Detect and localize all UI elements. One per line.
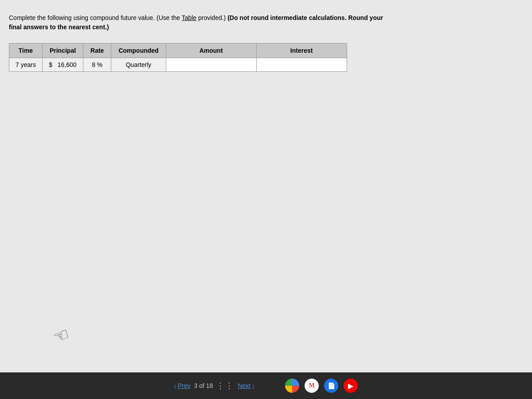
taskbar-center: ‹ Prev 3 of 18 ⋮⋮ Next › M 📄 ▶ xyxy=(174,379,358,393)
next-label: Next xyxy=(238,382,250,389)
table-link[interactable]: Table xyxy=(182,14,196,21)
header-interest: Interest xyxy=(256,43,347,58)
compound-table: Time Principal Rate Compounded Amount In… xyxy=(9,43,347,72)
youtube-icon[interactable]: ▶ xyxy=(344,379,358,393)
instructions: Complete the following using compound fu… xyxy=(9,13,523,32)
principal-value: 16,600 xyxy=(58,61,77,68)
instruction-line1: Complete the following using compound fu… xyxy=(9,14,182,21)
cell-amount[interactable] xyxy=(166,58,256,72)
prev-label: Prev xyxy=(178,382,191,389)
page-info: 3 of 18 xyxy=(194,382,213,389)
prev-button[interactable]: ‹ Prev xyxy=(174,382,191,389)
cell-rate: 8 % xyxy=(83,58,111,72)
header-time: Time xyxy=(9,43,43,58)
cell-interest[interactable] xyxy=(256,58,347,72)
rate-symbol: % xyxy=(97,61,102,68)
rate-value: 8 xyxy=(92,61,95,68)
cell-compounded: Quarterly xyxy=(111,58,166,72)
page-separator: of xyxy=(199,382,206,389)
grid-icon[interactable]: ⋮⋮ xyxy=(216,381,234,391)
header-rate: Rate xyxy=(83,43,111,58)
header-principal: Principal xyxy=(42,43,83,58)
cell-principal: $ 16,600 xyxy=(42,58,83,72)
table-header-row: Time Principal Rate Compounded Amount In… xyxy=(9,43,347,58)
next-button[interactable]: Next › xyxy=(238,382,254,389)
cell-time: 7 years xyxy=(9,58,43,72)
principal-symbol: $ xyxy=(49,61,52,68)
amount-input[interactable] xyxy=(172,61,250,68)
gmail-letter: M xyxy=(309,382,315,389)
instruction-bold: (Do not round intermediate calculations.… xyxy=(227,14,383,21)
total-pages: 18 xyxy=(206,382,213,389)
prev-chevron-icon: ‹ xyxy=(174,383,176,389)
header-amount: Amount xyxy=(166,43,256,58)
header-compounded: Compounded xyxy=(111,43,166,58)
interest-input[interactable] xyxy=(263,61,340,68)
next-chevron-icon: › xyxy=(252,383,254,389)
taskbar: ‹ Prev 3 of 18 ⋮⋮ Next › M 📄 ▶ xyxy=(0,372,532,399)
gmail-icon[interactable]: M xyxy=(305,379,319,393)
google-icon[interactable] xyxy=(285,379,299,393)
page-content: Complete the following using compound fu… xyxy=(0,0,532,381)
current-page: 3 xyxy=(194,382,198,389)
table-row: 7 years $ 16,600 8 % Quarterly xyxy=(9,58,347,72)
files-icon[interactable]: 📄 xyxy=(324,379,338,393)
taskbar-icons: M 📄 ▶ xyxy=(285,379,358,393)
instruction-line2: provided.) xyxy=(196,14,227,21)
instruction-line3: final answers to the nearest cent.) xyxy=(9,23,109,31)
hand-cursor: ☜ xyxy=(50,323,72,348)
youtube-symbol: ▶ xyxy=(348,382,353,390)
files-symbol: 📄 xyxy=(328,382,335,389)
nav-controls: ‹ Prev 3 of 18 ⋮⋮ Next › xyxy=(174,381,254,391)
